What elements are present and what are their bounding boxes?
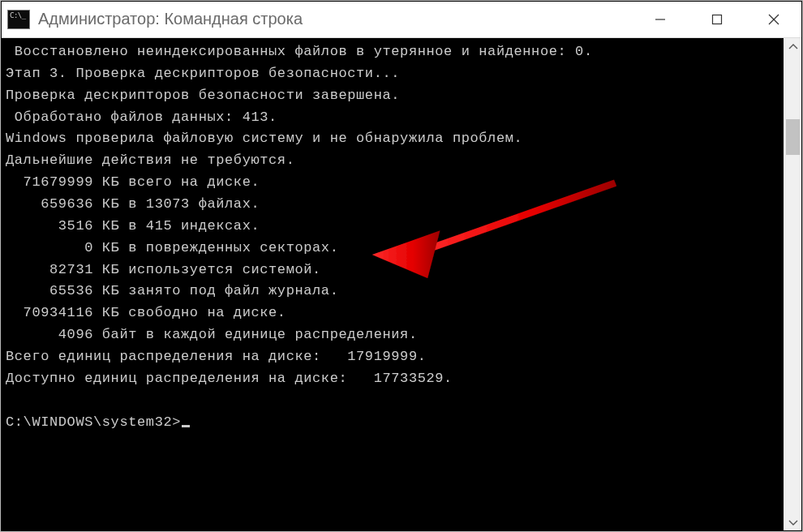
cmd-icon bbox=[7, 10, 30, 29]
scroll-thumb[interactable] bbox=[786, 119, 800, 155]
console-line: 659636 КБ в 13073 файлах. bbox=[6, 194, 782, 216]
scroll-down-button[interactable] bbox=[784, 513, 802, 531]
vertical-scrollbar[interactable] bbox=[784, 38, 802, 531]
window-controls bbox=[632, 1, 802, 37]
console-line: Всего единиц распределения на диске: 179… bbox=[6, 346, 782, 368]
titlebar[interactable]: Администратор: Командная строка bbox=[1, 1, 802, 38]
console-line: 4096 байт в каждой единице распределения… bbox=[6, 324, 782, 346]
minimize-button[interactable] bbox=[632, 1, 689, 37]
window-title: Администратор: Командная строка bbox=[38, 10, 632, 28]
console-output[interactable]: Восстановлено неиндексированных файлов в… bbox=[1, 38, 784, 531]
client-area: Восстановлено неиндексированных файлов в… bbox=[1, 38, 802, 531]
console-line: 70934116 КБ свободно на диске. bbox=[6, 302, 782, 324]
console-prompt[interactable]: C:\WINDOWS\system32> bbox=[6, 390, 782, 434]
cursor bbox=[182, 425, 190, 427]
cmd-window: Администратор: Командная строка Восстано… bbox=[0, 0, 803, 532]
close-button[interactable] bbox=[745, 1, 802, 37]
console-line: 71679999 КБ всего на диске. bbox=[6, 172, 782, 194]
console-line: Дальнейшие действия не требуются. bbox=[6, 150, 782, 172]
console-line: Этап 3. Проверка дескрипторов безопаснос… bbox=[6, 63, 782, 85]
console-line: 82731 КБ используется системой. bbox=[6, 260, 782, 281]
console-line: Доступно единиц распределения на диске: … bbox=[6, 368, 782, 390]
console-line: Восстановлено неиндексированных файлов в… bbox=[6, 41, 782, 63]
console-line: 3516 КБ в 415 индексах. bbox=[6, 216, 782, 238]
svg-rect-1 bbox=[713, 15, 722, 24]
scroll-up-button[interactable] bbox=[784, 38, 802, 56]
console-line: 65536 КБ занято под файл журнала. bbox=[6, 281, 782, 302]
scroll-track[interactable] bbox=[784, 56, 802, 513]
console-line: Windows проверила файловую систему и не … bbox=[6, 128, 782, 150]
console-line: Проверка дескрипторов безопасности завер… bbox=[6, 85, 782, 107]
console-line: Обработано файлов данных: 413. bbox=[6, 107, 782, 129]
console-line: 0 КБ в поврежденных секторах. bbox=[6, 238, 782, 260]
maximize-button[interactable] bbox=[689, 1, 745, 37]
